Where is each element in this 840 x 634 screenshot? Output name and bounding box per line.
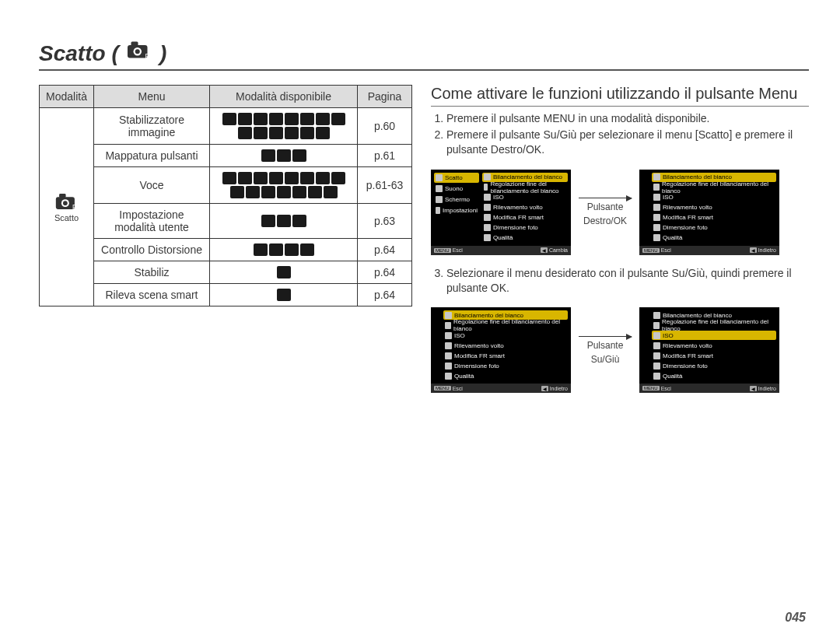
- available-modes-cell: [210, 261, 358, 284]
- page-ref-cell: p.60: [358, 108, 412, 145]
- camera-fn-icon: Fn: [44, 191, 89, 213]
- screen-menu-item: Regolazione fine del bilanciamento del b…: [652, 321, 776, 330]
- mode-icon: [269, 127, 283, 139]
- step-1: Premere il pulsante MENU in una modalità…: [446, 111, 809, 126]
- mode-icon: [254, 172, 268, 184]
- footer-esci: MENUEsci: [431, 246, 466, 255]
- mode-icon: [246, 186, 260, 198]
- menu-icon: [436, 207, 440, 214]
- camera-fn-icon: Fn: [125, 39, 153, 64]
- screenshot-menu-1: ScattoSuonoSchermoImpostazioni Bilanciam…: [431, 170, 571, 255]
- menu-icon: [484, 184, 488, 191]
- table-row: Impostazione modalità utentep.63: [40, 204, 412, 239]
- screen-menu-item: Regolazione fine del bilanciamento del b…: [443, 321, 568, 330]
- screen-side-item: Impostazioni: [434, 205, 479, 215]
- mode-icon: [222, 172, 236, 184]
- screen-menu-item: Dimensione foto: [652, 361, 776, 370]
- screen-side-item: Scatto: [434, 173, 479, 183]
- menu-cell: Impostazione modalità utente: [94, 204, 210, 239]
- menu-cell: Mappatura pulsanti: [94, 145, 210, 167]
- arrow2-line2: Su/Giù: [591, 354, 620, 365]
- mode-icon: [331, 113, 345, 125]
- screen-menu-item: Modifica FR smart: [482, 213, 568, 222]
- menu-icon: [653, 312, 660, 319]
- arrow-right-icon-2: [579, 336, 632, 337]
- mode-icon: [238, 113, 252, 125]
- mode-icon: [292, 186, 306, 198]
- menu-icon: [653, 173, 660, 180]
- svg-rect-6: [59, 194, 66, 198]
- screen-menu-item: Dimensione foto: [443, 361, 568, 370]
- mode-icon: [300, 127, 314, 139]
- mode-icon: [254, 127, 268, 139]
- menu-icon: [436, 174, 443, 181]
- menu-icon: [653, 332, 660, 339]
- th-pagina: Pagina: [358, 86, 412, 108]
- mode-icon: [292, 215, 306, 227]
- menu-cell: Voce: [94, 167, 210, 204]
- mode-icon: [230, 186, 244, 198]
- arrow2-line1: Pulsante: [587, 340, 624, 351]
- available-modes-cell: [210, 145, 358, 167]
- mode-icon: [238, 172, 252, 184]
- menu-icon: [653, 373, 660, 380]
- mode-icon: [277, 186, 291, 198]
- arrow1-line2: Destro/OK: [583, 215, 627, 226]
- menu-icon: [653, 234, 660, 241]
- steps-list: Premere il pulsante MENU in una modalità…: [431, 111, 809, 157]
- mode-icon: [277, 149, 291, 162]
- table-row: FnScattoStabilizzatore immaginep.60: [40, 108, 412, 145]
- screen-menu-item: Rilevamento volto: [652, 341, 776, 350]
- mode-icon: [285, 172, 299, 184]
- table-row: Rileva scena smartp.64: [40, 284, 412, 306]
- steps-list-2: Selezionare il menu desiderato con il pu…: [431, 266, 809, 296]
- page-ref-cell: p.64: [358, 261, 412, 284]
- menu-table: Modalità Menu Modalità disponibile Pagin…: [39, 85, 412, 306]
- mode-icon: [269, 113, 283, 125]
- mode-icon: [285, 127, 299, 139]
- mode-icon: [300, 243, 314, 256]
- menu-icon: [653, 194, 660, 201]
- footer-indietro-2: ◀Indietro: [747, 246, 779, 255]
- screen-menu-item: Modifica FR smart: [652, 213, 776, 222]
- table-row: Vocep.61-63: [40, 167, 412, 204]
- mode-cell: FnScatto: [40, 108, 94, 306]
- svg-rect-1: [131, 42, 138, 46]
- mode-icon: [222, 113, 236, 125]
- mode-icon: [277, 289, 291, 301]
- screen-menu-item: ISO: [443, 331, 568, 340]
- mode-label: Scatto: [44, 213, 89, 222]
- mode-icon: [324, 186, 338, 198]
- screen-menu-item: Qualità: [652, 371, 776, 380]
- mode-icon: [285, 113, 299, 125]
- screen-side-item: Schermo: [434, 194, 479, 205]
- screen-menu-item: ISO: [652, 193, 776, 202]
- th-modalita: Modalità: [40, 86, 94, 108]
- screen-menu-item: ISO: [652, 331, 776, 340]
- svg-point-8: [63, 201, 68, 205]
- mode-icon: [238, 127, 252, 139]
- menu-icon: [653, 322, 660, 329]
- page-title-close-paren: ): [159, 41, 166, 66]
- menu-icon: [436, 196, 443, 203]
- arrow-right-icon: [579, 198, 632, 198]
- menu-icon: [445, 312, 452, 319]
- screen-menu-item: Dimensione foto: [482, 223, 568, 233]
- screen-menu-item: Qualità: [482, 233, 568, 243]
- screenshot-menu-4: Bilanciamento del biancoRegolazione fine…: [639, 307, 779, 393]
- arrow1-line1: Pulsante: [587, 201, 624, 212]
- mode-icon: [331, 172, 345, 184]
- page-title-row: Scatto ( Fn ): [39, 39, 809, 71]
- mode-icon: [316, 127, 330, 139]
- footer-cambia: ◀Cambia: [537, 246, 571, 255]
- page-number: 045: [785, 611, 806, 625]
- page-title-open-paren: (: [112, 41, 119, 66]
- th-disponibile: Modalità disponibile: [210, 86, 358, 108]
- screen-menu-item: Regolazione fine del bilanciamento del b…: [482, 183, 568, 192]
- menu-icon: [484, 224, 491, 231]
- screen-menu-item: ISO: [482, 193, 568, 202]
- menu-icon: [445, 342, 452, 349]
- mode-icon: [316, 172, 330, 184]
- footer-esci-2: MENUEsci: [639, 246, 674, 255]
- mode-icon: [261, 149, 275, 162]
